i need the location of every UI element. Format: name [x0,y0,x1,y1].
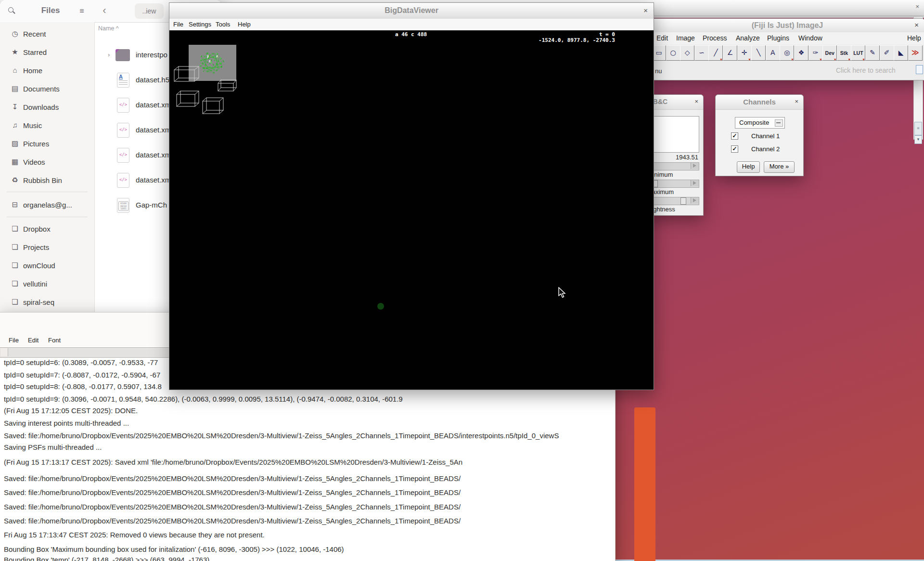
menu-file[interactable]: File [9,337,19,344]
lut-menu-tool[interactable]: LUT▾ [851,45,865,61]
sidebar-item-home[interactable]: ⌂Home [4,63,90,78]
menu-icon[interactable]: ≡ [76,5,88,17]
brush-tool[interactable]: ✐ [880,45,894,61]
column-header-name[interactable]: Name ^ [98,25,119,32]
menu-font[interactable]: Font [48,337,61,344]
sidebar-item-label: vellutini [23,280,47,288]
sidebar-item-label: Home [23,66,42,75]
dropper-tool[interactable]: ✑▾ [808,45,823,61]
sidebar-item-label: Videos [23,158,45,166]
sidebar-item-label: organelas@g... [23,201,72,209]
sidebar-item-pictures[interactable]: ▨Pictures [4,136,90,152]
oval-tool[interactable]: ○ [666,45,680,61]
sidebar-item-label: spiral-seq [23,298,54,306]
sidebar-item-owncloud[interactable]: ❏ownCloud [4,258,90,274]
sidebar-item-dropbox[interactable]: ❏Dropbox [4,222,90,237]
wand-tool[interactable]: ╲ [751,45,766,61]
arrow-right-icon[interactable] [691,197,699,204]
log-line: tpId=0 setupId=8: (-0.808, -0.0177, 0.59… [4,382,162,391]
close-icon[interactable]: × [795,98,798,105]
menu-edit[interactable]: Edit [656,34,668,42]
menu-help[interactable]: Help [238,21,251,28]
menu-help[interactable]: Help [907,34,921,42]
log-line: Saved: file:/home/bruno/Dropbox/Events/2… [4,488,461,496]
log-line: Saving interest points multi-threaded ..… [4,419,129,427]
log-line: Saving PSFs multi-threaded ... [4,443,102,451]
polygon-tool[interactable]: ◇ [680,45,694,61]
pencil-tool[interactable]: ✎ [865,45,880,61]
sidebar-item-organelas-g-[interactable]: ⊟organelas@g... [4,197,90,213]
more-tools[interactable]: ≫ [908,45,923,61]
arrow-right-icon[interactable] [691,180,699,186]
help-button[interactable]: Help [737,161,760,173]
file-name: dataset.xm [136,101,171,109]
close-icon[interactable]: × [694,98,698,105]
search-placeholder[interactable]: Click here to search [836,66,896,74]
xml-file-icon: </> [117,123,129,138]
composite-dropdown[interactable]: Composite [735,117,785,129]
log-line: Bounding Box 'temp' (-217, 8148, -2668) … [4,556,209,561]
sidebar-item-downloads[interactable]: ↧Downloads [4,100,90,115]
channel-row: ✓Channel 1 [728,132,796,140]
menu-edit[interactable]: Edit [28,337,38,344]
menu-window[interactable]: Window [798,34,822,42]
line-tool[interactable]: ╱▾ [708,45,723,61]
folder-icon: ❏ [11,243,19,251]
sidebar-item-projects[interactable]: ❏Projects [4,240,90,255]
sidebar-item-videos[interactable]: ▦Videos [4,155,90,170]
menu-tools[interactable]: Tools [216,21,230,28]
file-name: dataset.h5 [136,76,169,84]
sidebar-item-label: Music [23,121,42,130]
path-tab[interactable]: ..iew [135,3,164,19]
sidebar-item-spiral-seq[interactable]: ❏spiral-seq [4,295,90,310]
star-icon: ★ [11,48,19,56]
channel-checkbox[interactable]: ✓ [731,145,738,153]
text-tool[interactable]: A [766,45,780,61]
files-sidebar: ◷Recent★Starred⌂Home▤Documents↧Downloads… [0,22,95,316]
channel-checkbox[interactable]: ✓ [731,132,738,140]
sidebar-item-vellutini[interactable]: ❏vellutini [4,276,90,292]
sidebar-item-rubbish-bin[interactable]: ♻Rubbish Bin [4,173,90,188]
fill-tool[interactable]: ◣ [894,45,908,61]
search-box-icon[interactable] [916,65,923,74]
menu-image[interactable]: Image [676,34,695,42]
folder-icon [116,49,130,61]
sidebar-item-label: Downloads [23,103,59,111]
imagej-window: (Fiji Is Just) ImageJ × EditImageProcess… [650,18,924,80]
binary-file-icon: 010000101001 [117,198,129,213]
freehand-tool[interactable]: ∽ [694,45,709,61]
menu-plugins[interactable]: Plugins [767,34,789,42]
sidebar-item-starred[interactable]: ★Starred [4,45,90,60]
bdv-canvas[interactable]: yxz a 46 c 488 t = 0 -1524.0, 8977.8, -2… [169,30,654,390]
xml-file-icon: </> [117,148,129,163]
search-icon[interactable] [5,4,18,18]
bdv-overlay-coords: -1524.0, 8977.8, -2740.3 [539,37,615,43]
sidebar-item-documents[interactable]: ▤Documents [4,81,90,97]
log-line: (Fri Aug 15 17:12:05 CEST 2025): DONE. [4,406,138,415]
menu-settings[interactable]: Settings [189,21,211,28]
close-icon[interactable]: × [915,3,919,10]
point-tool[interactable]: ✛▾ [737,45,752,61]
file-name: Gap-mCh [136,201,167,209]
back-icon[interactable]: ‹ [98,4,111,18]
sidebar-item-label: Rubbish Bin [23,176,62,184]
sidebar-item-label: Documents [23,85,60,93]
dev-menu-tool[interactable]: Dev▾ [822,45,837,61]
log-line: Fri Aug 15 17:13:47 CEST 2025: Removed 0… [4,531,265,539]
stk-menu-tool[interactable]: Stk▾ [837,45,851,61]
sidebar-item-music[interactable]: ♫Music [4,118,90,133]
angle-tool[interactable]: ∠ [723,45,737,61]
zoom-tool[interactable]: ◎▾ [780,45,794,61]
menu-file[interactable]: File [173,21,183,28]
arrow-right-icon[interactable] [691,163,699,169]
menu-process[interactable]: Process [703,34,727,42]
close-icon[interactable]: × [643,6,648,14]
menu-analyze[interactable]: Analyze [736,34,760,42]
close-icon[interactable]: × [914,21,919,29]
hand-tool[interactable]: ❖ [794,45,808,61]
more-button[interactable]: More » [764,161,795,173]
status-text: nu [655,67,662,75]
expander-icon[interactable]: › [108,51,110,58]
sidebar-item-recent[interactable]: ◷Recent [4,26,90,42]
slider-thumb[interactable] [680,197,686,205]
